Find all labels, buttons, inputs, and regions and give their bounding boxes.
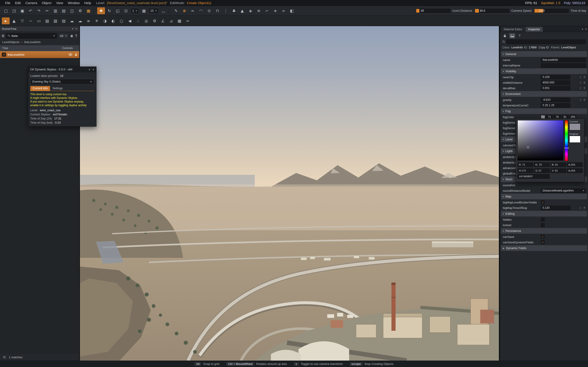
grid-snap-toggle[interactable]: ▦ [140,7,148,14]
scenetree-search-input[interactable] [11,34,52,38]
section-fog[interactable]: ▾ Fog [501,108,587,114]
menu-item[interactable]: Object [40,1,54,5]
rgba-field[interactable]: R: 71 [518,162,533,167]
open-folder-icon[interactable]: ◳ [10,7,18,14]
nearClip-decrement[interactable]: - [579,75,582,79]
paste-in-place-icon[interactable]: ◫ [68,7,76,14]
gravity-increment[interactable]: + [583,98,586,102]
cloud-tool-icon[interactable]: ☁ [68,17,76,24]
focus-selected-button[interactable]: ◉ [70,33,73,39]
hsva-field[interactable]: S: 57 [534,168,550,173]
bigMapTimeOfDay-input[interactable] [541,206,570,210]
nearClip-increment[interactable]: + [583,75,586,79]
gravity-decrement[interactable]: - [579,98,582,102]
lock-icon[interactable] [75,53,78,56]
menu-item[interactable]: File [3,1,13,5]
section-general[interactable]: ▾ General [501,51,587,57]
bigMapLevelBorderVisible-checkbox[interactable]: ✓ [541,200,545,204]
spray-tool-icon[interactable]: ∴ [134,17,142,24]
section-persistence[interactable]: ▾ Persistence [501,228,587,234]
clear-search-icon[interactable]: ✕ [53,34,55,37]
inspector-search-input[interactable] [508,40,584,43]
lock-inspector-button[interactable] [502,33,508,39]
color-marker[interactable] [527,146,529,148]
section-map[interactable]: ▾ Map [501,194,587,199]
close-icon[interactable]: ✕ [585,28,587,31]
rgba-field[interactable]: B: 91 [551,162,566,167]
section-editing[interactable]: ▾ Editing [501,211,587,217]
image-overlay-icon[interactable]: ▤ [60,17,68,24]
pin-icon[interactable]: ▾ [72,27,73,30]
help-button[interactable]: ? [74,33,78,39]
rgba-field[interactable]: G: 70 [534,162,550,167]
water-tool-icon[interactable]: ○ [118,17,125,24]
draw-pencil-icon[interactable]: ✎ [172,7,180,14]
copy-id-button[interactable]: Copy ID [539,46,549,49]
saturation-value-square[interactable] [518,120,563,161]
soundDistanceModel-dropdown[interactable]: DistanceModelLogarithm ▼ [541,189,586,193]
hue-marker[interactable] [565,148,569,148]
hue-slider[interactable] [565,120,568,161]
tab-current-info[interactable]: Current Info [30,86,50,91]
lower-terrain-icon[interactable]: ▽ [18,17,26,24]
menu-item[interactable]: Window [65,1,82,5]
undo-icon[interactable]: ↶ [27,7,35,14]
nearClip-input[interactable] [541,75,570,79]
temperatureCurveC-input[interactable] [541,103,570,108]
lamp-post-icon[interactable]: ⊓ [214,7,221,14]
decal-road-icon[interactable]: ◠ [197,7,205,14]
camera-speed-slider[interactable]: 30.0 [475,9,509,13]
visibleDistance-increment[interactable]: + [583,81,586,85]
environment-icon[interactable]: ≡ [85,17,92,24]
snap-magnet-toggle[interactable]: ◡ [160,7,167,14]
section-visibility[interactable]: ▾ Visibility [501,68,587,74]
bigMapTimeOfDay-increment[interactable]: + [583,206,586,210]
cloud-layer-icon[interactable]: ☁ [76,17,84,24]
crane-tool-icon[interactable]: ⌐ [263,7,271,14]
slope-tool-icon[interactable]: ⊿ [167,17,175,24]
decalBias-input[interactable] [541,86,570,90]
breadcrumb-thelevelinfo[interactable]: theLevelInfo [24,40,41,44]
decalBias-decrement[interactable]: - [579,86,582,90]
menu-item[interactable]: Edit [13,1,23,5]
create-object-icon[interactable]: ⊕ [181,7,188,14]
time-of-day-slider[interactable]: 23.0 [534,9,569,13]
coupler-tool-icon[interactable]: ∞ [280,7,288,14]
smooth-terrain-icon[interactable]: ∼ [27,17,35,24]
levels-icon[interactable]: ◐ [109,17,117,24]
raise-terrain-icon[interactable]: ▲ [10,17,18,24]
menu-item[interactable]: Camera [23,1,40,5]
paint-terrain-icon[interactable]: ▨ [43,17,51,24]
section-enviroment[interactable]: ▾ Enviroment [501,91,587,97]
original-color-swatch[interactable] [569,136,580,143]
asset-browser-icon[interactable]: ▦ [85,7,92,14]
exposure-icon[interactable]: ◑ [101,17,109,24]
forest-tool-icon[interactable]: ♣ [230,7,238,14]
visibility-eye-icon[interactable] [69,53,72,56]
visibleDistance-decrement[interactable]: - [579,81,582,85]
close-icon[interactable]: ✕ [75,27,78,30]
level-path[interactable]: [/levels/west_coast_usa/main.level.json]… [107,1,167,5]
mirror-tool-icon[interactable]: ◧ [288,7,296,14]
internalName-input[interactable] [541,63,586,68]
menu-item[interactable]: Help [82,1,94,5]
add-folder-button[interactable]: ⊞ [1,33,5,39]
grid-overlay-icon[interactable]: ▦ [175,17,183,24]
cut-icon[interactable]: ✂ [43,7,51,14]
object-tool-icon[interactable]: ▸ [2,17,10,24]
rgba-field[interactable]: A:255 [567,162,583,167]
target-tool-icon[interactable]: ◎ [142,17,150,24]
tab-inspector[interactable]: Inspector [526,27,543,32]
traffic-signal-icon[interactable]: ⋮ [222,7,230,14]
viewport-3d-scene[interactable] [80,26,499,361]
tab-material-editor[interactable]: Material Editor [501,27,525,32]
sky-preset-dropdown[interactable]: Evening Sky 3 (Static) ▼ [30,79,94,84]
icons-distance-slider[interactable]: 30 [416,9,450,13]
particle-tool-icon[interactable]: ∗ [271,7,279,14]
name-input[interactable] [541,58,586,62]
decal-tool-icon[interactable]: ◈ [247,7,254,14]
new-file-icon[interactable]: □ [2,7,10,14]
mesh-road-icon[interactable]: ⊙ [205,7,213,14]
menu-item[interactable]: View [54,1,65,5]
inspector-help-button[interactable]: ? [517,33,523,39]
